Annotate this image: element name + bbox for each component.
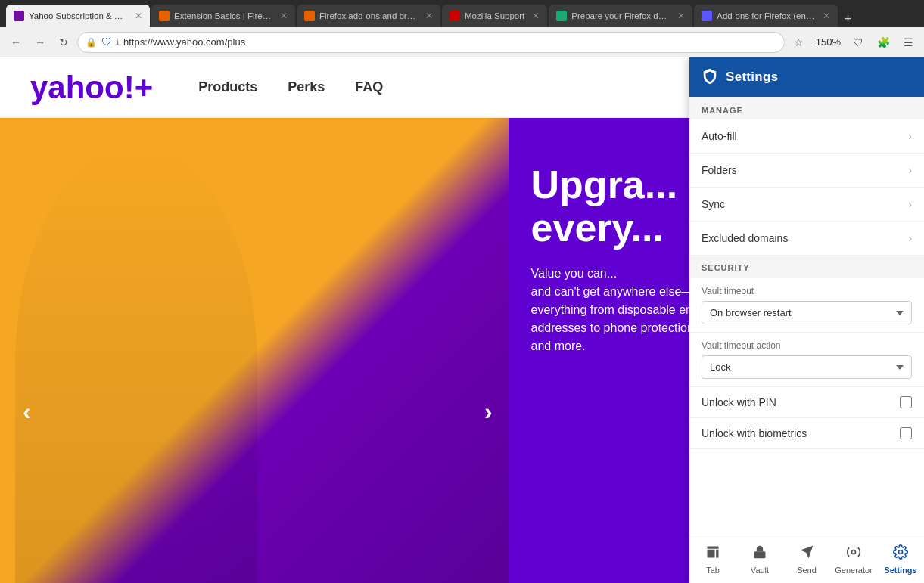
security-section-header: SECURITY xyxy=(689,256,924,278)
tab-yahoo[interactable]: Yahoo Subscription & Yahoo... ✕ xyxy=(6,5,150,27)
tab-close-btn[interactable]: ✕ xyxy=(823,11,830,21)
unlock-biometrics-item: Unlock with biometrics xyxy=(689,418,924,449)
extensions-button[interactable]: 🧩 xyxy=(873,33,894,51)
footer-vault-button[interactable]: Vault xyxy=(736,538,783,581)
tab-close-btn[interactable]: ✕ xyxy=(677,11,685,21)
navigation-bar: ← → ↻ 🔒 🛡 ℹ https://www.yahoo.com/plus ☆… xyxy=(0,27,924,57)
footer-settings-label: Settings xyxy=(884,566,916,575)
tab-addons-firefox[interactable]: Add-ons for Firefox (en-GB) ✕ xyxy=(694,5,838,27)
tab-favicon xyxy=(14,11,24,21)
bitwarden-icon xyxy=(702,67,718,88)
bookmark-button[interactable]: ☆ xyxy=(789,33,808,51)
nav-products[interactable]: Products xyxy=(198,79,257,95)
tab-label: Firefox add-ons and browser... xyxy=(319,11,418,20)
url-text: https://www.yahoo.com/plus xyxy=(123,36,776,48)
autofill-label: Auto-fill xyxy=(702,130,737,142)
tab-label: Extension Basics | Firefox Ex... xyxy=(174,11,272,20)
address-bar[interactable]: 🔒 🛡 ℹ https://www.yahoo.com/plus xyxy=(77,32,785,53)
excluded-domains-arrow-icon: › xyxy=(908,232,912,244)
manage-section-header: MANAGE xyxy=(689,97,924,119)
unlock-pin-checkbox[interactable] xyxy=(900,396,912,408)
extension-popup: Settings MANAGE Auto-fill › Folders › Sy… xyxy=(689,57,924,583)
excluded-domains-label: Excluded domains xyxy=(702,232,788,244)
tab-favicon xyxy=(450,11,460,21)
tab-icon xyxy=(705,544,720,563)
vault-timeout-select[interactable]: On browser restart 1 minute 5 minutes 15… xyxy=(702,301,912,324)
hero-left-panel xyxy=(0,118,509,583)
back-button[interactable]: ← xyxy=(6,33,26,51)
vault-timeout-action-group: Vault timeout action Lock Log out xyxy=(689,333,924,387)
lock-icon: 🔒 xyxy=(86,37,97,48)
footer-vault-label: Vault xyxy=(751,566,769,575)
info-icon: ℹ xyxy=(116,37,119,47)
unlock-biometrics-label: Unlock with biometrics xyxy=(702,427,807,439)
settings-icon xyxy=(893,544,908,563)
tab-close-btn[interactable]: ✕ xyxy=(425,11,433,21)
footer-send-label: Send xyxy=(797,566,817,575)
popup-header: Settings xyxy=(689,57,924,97)
tab-favicon xyxy=(556,11,567,21)
yahoo-navigation: Products Perks FAQ xyxy=(198,79,383,95)
vault-timeout-action-label: Vault timeout action xyxy=(702,340,912,351)
tab-label: Yahoo Subscription & Yahoo... xyxy=(29,11,127,20)
nav-perks[interactable]: Perks xyxy=(288,79,325,95)
vault-icon xyxy=(752,544,767,563)
footer-settings-button[interactable]: Settings xyxy=(877,538,924,581)
tab-extension-basics[interactable]: Extension Basics | Firefox Ex... ✕ xyxy=(151,5,295,27)
svg-point-1 xyxy=(852,550,856,554)
reload-button[interactable]: ↻ xyxy=(54,33,73,51)
tab-favicon xyxy=(159,11,170,21)
svg-point-2 xyxy=(899,550,903,554)
folders-menu-item[interactable]: Folders › xyxy=(689,154,924,188)
sync-arrow-icon: › xyxy=(908,198,912,210)
page-content: yahoo!+ Products Perks FAQ Upgra... ever… xyxy=(0,57,924,583)
tab-bar: Yahoo Subscription & Yahoo... ✕ Extensio… xyxy=(0,0,924,27)
tab-prepare-firefox[interactable]: Prepare your Firefox desktop... ✕ xyxy=(549,5,692,27)
forward-button[interactable]: → xyxy=(30,33,50,51)
shield-icon: 🛡 xyxy=(101,36,111,48)
unlock-pin-item: Unlock with PIN xyxy=(689,387,924,418)
unlock-pin-label: Unlock with PIN xyxy=(702,396,776,408)
tab-firefox-addons[interactable]: Firefox add-ons and browser... ✕ xyxy=(297,5,440,27)
tab-close-btn[interactable]: ✕ xyxy=(532,11,540,21)
nav-faq[interactable]: FAQ xyxy=(355,79,383,95)
tab-label: Add-ons for Firefox (en-GB) xyxy=(717,11,815,20)
autofill-arrow-icon: › xyxy=(908,130,912,142)
send-icon xyxy=(799,544,814,563)
footer-tab-label: Tab xyxy=(706,566,720,575)
excluded-domains-menu-item[interactable]: Excluded domains › xyxy=(689,222,924,256)
vault-timeout-group: Vault timeout On browser restart 1 minut… xyxy=(689,278,924,333)
tab-favicon xyxy=(702,11,712,21)
folders-arrow-icon: › xyxy=(908,164,912,176)
footer-tab-button[interactable]: Tab xyxy=(689,538,736,581)
tab-label: Mozilla Support xyxy=(465,11,524,20)
hero-subtitle: Value you can...and can't get anywhere e… xyxy=(531,265,708,355)
shield-action-button[interactable]: 🛡 xyxy=(848,33,868,51)
zoom-level: 150% xyxy=(813,36,844,48)
hero-content: Upgra... every... Value you can...and ca… xyxy=(531,163,708,355)
footer-send-button[interactable]: Send xyxy=(783,538,830,581)
sync-menu-item[interactable]: Sync › xyxy=(689,188,924,222)
tab-favicon xyxy=(304,11,315,21)
vault-timeout-action-select[interactable]: Lock Log out xyxy=(702,355,912,379)
tab-label: Prepare your Firefox desktop... xyxy=(571,11,670,20)
vault-timeout-label: Vault timeout xyxy=(702,286,912,296)
yahoo-logo: yahoo!+ xyxy=(30,70,153,106)
tab-close-btn[interactable]: ✕ xyxy=(280,11,288,21)
tab-mozilla-support[interactable]: Mozilla Support ✕ xyxy=(442,5,547,27)
tab-close-btn[interactable]: ✕ xyxy=(135,11,142,21)
popup-body: MANAGE Auto-fill › Folders › Sync › Excl… xyxy=(689,97,924,535)
popup-footer: Tab Vault Send Generator xyxy=(689,535,924,583)
unlock-biometrics-checkbox[interactable] xyxy=(900,427,912,439)
sync-label: Sync xyxy=(702,198,725,210)
svg-rect-0 xyxy=(754,551,766,558)
footer-generator-label: Generator xyxy=(835,566,873,575)
menu-button[interactable]: ☰ xyxy=(899,33,918,51)
hero-title: Upgra... every... xyxy=(531,163,708,250)
browser-frame: Yahoo Subscription & Yahoo... ✕ Extensio… xyxy=(0,0,924,57)
new-tab-button[interactable]: + xyxy=(839,11,857,27)
footer-generator-button[interactable]: Generator xyxy=(830,538,877,581)
autofill-menu-item[interactable]: Auto-fill › xyxy=(689,119,924,154)
generator-icon xyxy=(846,544,861,563)
popup-title: Settings xyxy=(726,70,778,85)
